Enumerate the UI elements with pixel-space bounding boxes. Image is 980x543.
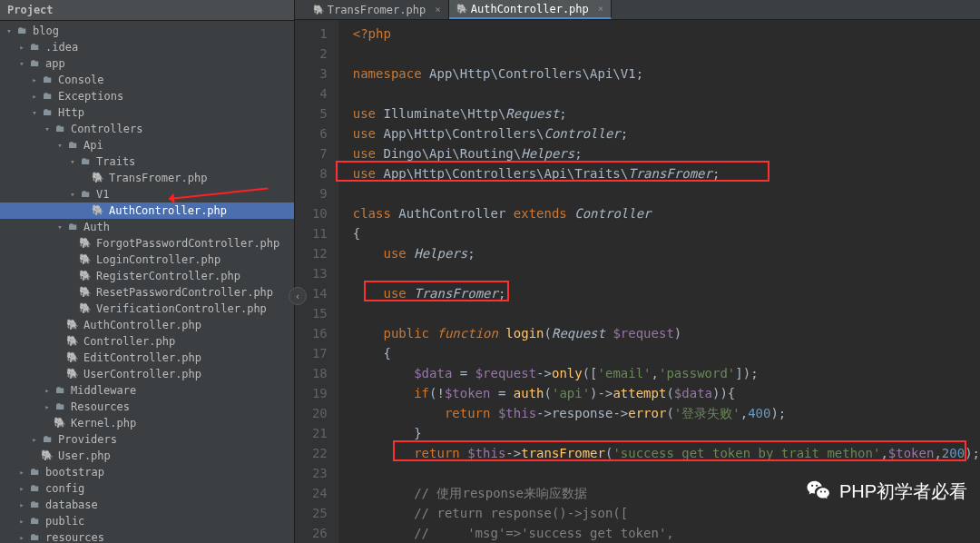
code-line[interactable]: // 使用response来响应数据 — [353, 483, 980, 503]
code-line[interactable]: // return response()->json([ — [353, 503, 980, 523]
tree-file[interactable]: 🐘RegisterController.php — [0, 268, 294, 284]
tree-file[interactable]: 🐘TransFromer.php — [0, 170, 294, 186]
close-icon[interactable]: × — [598, 3, 604, 15]
tree-file[interactable]: 🐘LoginController.php — [0, 252, 294, 268]
splitter-collapse-button[interactable]: ‹ — [289, 287, 307, 305]
tree-folder[interactable]: ▸🖿public — [0, 513, 294, 529]
tree-folder[interactable]: ▾🖿Http — [0, 104, 294, 121]
code-line[interactable]: namespace App\Http\Controllers\Api\V1; — [353, 64, 980, 84]
code-line[interactable]: use Illuminate\Http\Request; — [353, 104, 980, 123]
tree-folder[interactable]: ▾🖿V1 — [0, 186, 294, 202]
tree-file[interactable]: 🐘Controller.php — [0, 333, 294, 350]
chevron-icon[interactable]: ▾ — [4, 23, 15, 39]
folder-icon: 🖿 — [53, 382, 67, 399]
chevron-icon[interactable]: ▸ — [16, 480, 27, 497]
tree-folder[interactable]: ▸🖿Resources — [0, 399, 294, 415]
chevron-icon[interactable]: ▾ — [42, 121, 53, 137]
chevron-icon[interactable]: ▸ — [16, 39, 27, 55]
code-line[interactable] — [353, 263, 980, 283]
tree-folder[interactable]: ▾🖿Api — [0, 137, 294, 153]
chevron-icon[interactable]: ▾ — [54, 219, 65, 235]
code-line[interactable]: { — [353, 343, 980, 363]
code-line[interactable]: use Helpers; — [353, 243, 980, 263]
code-line[interactable] — [353, 463, 980, 483]
chevron-icon[interactable]: ▸ — [42, 382, 53, 399]
tree-item-label: app — [45, 55, 65, 72]
tree-file[interactable]: 🐘Kernel.php — [0, 415, 294, 431]
tree-file[interactable]: 🐘AuthController.php — [0, 317, 294, 333]
tree-file[interactable]: 🐘AuthController.php — [0, 202, 294, 219]
chevron-icon[interactable]: ▸ — [16, 529, 27, 543]
folder-icon: 🖿 — [65, 137, 80, 153]
chevron-icon[interactable]: ▸ — [29, 431, 40, 448]
tree-folder[interactable]: ▸🖿Middleware — [0, 382, 294, 399]
tree-folder[interactable]: ▸🖿.idea — [0, 39, 294, 55]
tree-folder[interactable]: ▸🖿Providers — [0, 431, 294, 448]
tree-folder[interactable]: ▸🖿Exceptions — [0, 88, 294, 104]
tree-file[interactable]: 🐘ResetPasswordController.php — [0, 284, 294, 301]
chevron-icon[interactable]: ▾ — [67, 153, 78, 170]
code-line[interactable]: return $this->response->error('登录失败',400… — [353, 403, 980, 423]
tree-folder[interactable]: ▾🖿Auth — [0, 219, 294, 235]
line-number: 23 — [295, 463, 328, 483]
code-content[interactable]: <?phpnamespace App\Http\Controllers\Api\… — [338, 20, 980, 543]
chevron-icon[interactable]: ▸ — [16, 513, 27, 529]
code-line[interactable]: public function login(Request $request) — [353, 323, 980, 343]
chevron-icon[interactable]: ▸ — [29, 88, 40, 104]
chevron-icon[interactable]: ▾ — [16, 55, 27, 72]
code-line[interactable]: use App\Http\Controllers\Controller; — [353, 123, 980, 143]
line-number: 2 — [295, 44, 328, 64]
code-line[interactable]: use TransFromer; — [353, 283, 980, 303]
code-line[interactable]: return $this->transFromer('success get t… — [353, 443, 980, 463]
chevron-icon[interactable]: ▸ — [16, 497, 27, 513]
tree-folder[interactable]: ▸🖿config — [0, 480, 294, 497]
tree-file[interactable]: 🐘ForgotPasswordController.php — [0, 235, 294, 252]
chevron-icon[interactable]: ▾ — [29, 104, 40, 121]
close-icon[interactable]: × — [435, 4, 441, 15]
chevron-icon[interactable]: ▸ — [16, 464, 27, 480]
code-line[interactable] — [353, 303, 980, 323]
tree-item-label: bootstrap — [45, 464, 104, 480]
sidebar-title[interactable]: Project — [0, 0, 294, 21]
tree-folder[interactable]: ▾🖿Controllers — [0, 121, 294, 137]
tree-folder[interactable]: ▸🖿database — [0, 497, 294, 513]
editor-tab[interactable]: 🐘TransFromer.php× — [306, 0, 449, 19]
code-line[interactable]: { — [353, 223, 980, 243]
tree-folder[interactable]: ▸🖿resources — [0, 529, 294, 543]
code-line[interactable]: class AuthController extends Controller — [353, 203, 980, 223]
tree-item-label: UserController.php — [83, 366, 201, 382]
code-line[interactable]: <?php — [353, 24, 980, 44]
line-number: 26 — [295, 523, 328, 543]
tree-folder[interactable]: ▾🖿app — [0, 55, 294, 72]
chevron-icon[interactable]: ▸ — [42, 399, 53, 415]
code-line[interactable]: } — [353, 423, 980, 443]
tree-file[interactable]: 🐘UserController.php — [0, 366, 294, 382]
chevron-icon[interactable]: ▸ — [29, 72, 40, 88]
code-line[interactable] — [353, 84, 980, 104]
project-tree[interactable]: ▾🖿blog▸🖿.idea▾🖿app▸🖿Console▸🖿Exceptions▾… — [0, 21, 294, 543]
tree-file[interactable]: 🐘User.php — [0, 448, 294, 464]
tree-folder[interactable]: ▸🖿Console — [0, 72, 294, 88]
line-number: 25 — [295, 503, 328, 523]
code-line[interactable]: use Dingo\Api\Routing\Helpers; — [353, 143, 980, 163]
tree-file[interactable]: 🐘EditController.php — [0, 350, 294, 366]
chevron-icon[interactable]: ▾ — [67, 186, 78, 202]
line-number: 4 — [295, 84, 328, 104]
code-line[interactable]: use App\Http\Controllers\Api\Traits\Tran… — [353, 163, 980, 183]
tree-folder[interactable]: ▾🖿blog — [0, 23, 294, 39]
code-line[interactable] — [353, 183, 980, 203]
code-line[interactable]: if(!$token = auth('api')->attempt($data)… — [353, 383, 980, 403]
code-line[interactable]: // 'msg'=>'success get token', — [353, 523, 980, 543]
chevron-icon[interactable]: ▾ — [54, 137, 65, 153]
tree-folder[interactable]: ▸🖿bootstrap — [0, 464, 294, 480]
code-line[interactable] — [353, 44, 980, 64]
tab-label: TransFromer.php — [328, 4, 426, 16]
php-file-icon: 🐘 — [456, 4, 467, 14]
tree-item-label: Exceptions — [58, 88, 123, 104]
editor-tab[interactable]: 🐘AuthController.php× — [449, 0, 612, 19]
tree-file[interactable]: 🐘VerificationController.php — [0, 301, 294, 317]
folder-icon: 🖿 — [40, 72, 54, 88]
code-line[interactable]: $data = $request->only(['email','passwor… — [353, 363, 980, 383]
line-number: 16 — [295, 323, 328, 343]
tree-folder[interactable]: ▾🖿Traits — [0, 153, 294, 170]
